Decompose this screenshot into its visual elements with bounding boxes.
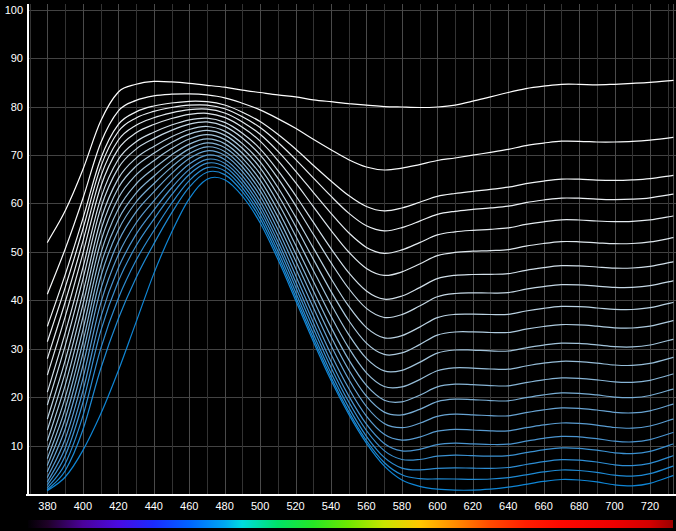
x-tick-label: 640 (499, 500, 517, 512)
y-tick-label: 10 (11, 440, 23, 452)
y-tick-label: 70 (11, 149, 23, 161)
x-tick-label: 400 (74, 500, 92, 512)
x-tick-label: 560 (357, 500, 375, 512)
x-tick-label: 500 (251, 500, 269, 512)
x-tick-label: 520 (286, 500, 304, 512)
spectral-family-chart: 1009080706050403020103804004204404604805… (0, 0, 676, 531)
y-tick-label: 20 (11, 391, 23, 403)
x-tick-label: 420 (109, 500, 127, 512)
x-tick-label: 480 (216, 500, 234, 512)
y-tick-label: 60 (11, 197, 23, 209)
x-tick-label: 380 (38, 500, 56, 512)
spectrum-color-bar (28, 520, 673, 528)
y-tick-label: 30 (11, 343, 23, 355)
x-tick-label: 700 (605, 500, 623, 512)
x-tick-label: 720 (641, 500, 659, 512)
x-tick-label: 440 (145, 500, 163, 512)
x-tick-label: 460 (180, 500, 198, 512)
x-tick-label: 620 (464, 500, 482, 512)
y-tick-label: 100 (5, 4, 23, 16)
y-tick-label: 80 (11, 101, 23, 113)
y-tick-label: 90 (11, 52, 23, 64)
x-tick-label: 680 (570, 500, 588, 512)
chart-panel: 1009080706050403020103804004204404604805… (0, 0, 676, 531)
y-tick-label: 40 (11, 294, 23, 306)
y-tick-label: 50 (11, 246, 23, 258)
x-tick-label: 600 (428, 500, 446, 512)
x-tick-label: 660 (534, 500, 552, 512)
x-tick-label: 540 (322, 500, 340, 512)
x-tick-label: 580 (393, 500, 411, 512)
